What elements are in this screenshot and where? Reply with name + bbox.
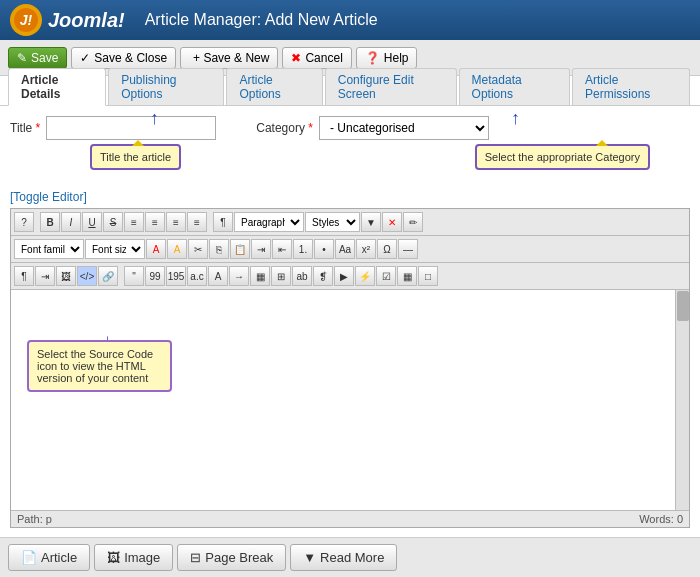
editor-indent2-btn[interactable]: ⇥ — [35, 266, 55, 286]
toggle-editor-link[interactable]: [Toggle Editor] — [10, 190, 87, 204]
editor-source-btn[interactable]: </> — [77, 266, 97, 286]
editor-code-btn[interactable]: ✏ — [403, 212, 423, 232]
editor-paragraph2-btn[interactable]: ¶ — [14, 266, 34, 286]
save-close-button[interactable]: ✓ Save & Close — [71, 47, 176, 69]
editor-grid-btn[interactable]: ▦ — [397, 266, 417, 286]
editor-para-btn[interactable]: ¶ — [213, 212, 233, 232]
article-label: Article — [41, 550, 77, 565]
editor-ol-btn[interactable]: 1. — [293, 239, 313, 259]
editor-underline-btn[interactable]: U — [82, 212, 102, 232]
editor-hr-btn[interactable]: — — [398, 239, 418, 259]
tab-article-permissions[interactable]: Article Permissions — [572, 68, 690, 105]
svg-text:J!: J! — [20, 12, 33, 28]
editor-num2-btn[interactable]: 195 — [166, 266, 186, 286]
editor-quote-btn[interactable]: " — [124, 266, 144, 286]
joomla-wordmark: Joomla! — [48, 9, 125, 32]
editor-align-left-btn[interactable]: ≡ — [124, 212, 144, 232]
editor-styles-select[interactable]: Styles — [305, 212, 360, 232]
editor-sub-btn[interactable]: A — [208, 266, 228, 286]
editor-checkbox-btn[interactable]: ☑ — [376, 266, 396, 286]
tab-metadata-options[interactable]: Metadata Options — [459, 68, 570, 105]
editor-scrollbar-thumb — [677, 291, 689, 321]
path-label: Path: p — [17, 513, 52, 525]
editor-superscript-btn[interactable]: x² — [356, 239, 376, 259]
editor-highlight-btn[interactable]: A — [167, 239, 187, 259]
editor-uppercase-btn[interactable]: Aa — [335, 239, 355, 259]
help-label: Help — [384, 51, 409, 65]
editor-toolbar-row3: ¶ ⇥ 🖼 </> 🔗 " 99 195 a.c A → ▦ ⊞ — [11, 263, 689, 290]
editor-paste-btn[interactable]: 📋 — [230, 239, 250, 259]
editor-align-right-btn[interactable]: ≡ — [166, 212, 186, 232]
editor-arrow-btn[interactable]: → — [229, 266, 249, 286]
save-button[interactable]: ✎ Save — [8, 47, 67, 69]
editor-indent-btn[interactable]: ⇥ — [251, 239, 271, 259]
editor-cut-btn[interactable]: ✂ — [188, 239, 208, 259]
editor-ul-btn[interactable]: • — [314, 239, 334, 259]
editor-expand-btn[interactable]: ▼ — [361, 212, 381, 232]
editor-outdent-btn[interactable]: ⇤ — [272, 239, 292, 259]
editor-body[interactable]: Select the Source Code icon to view the … — [11, 290, 689, 510]
editor-paragraph-select[interactable]: Paragraph — [234, 212, 304, 232]
pagebreak-button[interactable]: ⊟ Page Break — [177, 544, 286, 571]
category-callout: Select the appropriate Category — [475, 144, 650, 170]
editor-bold-btn[interactable]: B — [40, 212, 60, 232]
category-label: Category * — [256, 121, 313, 135]
editor-fontfamily-select[interactable]: Font family — [14, 239, 84, 259]
cancel-icon: ✖ — [291, 51, 301, 65]
editor-toolbar-row2: Font family Font size A A ✂ ⎘ 📋 ⇥ ⇤ 1. •… — [11, 236, 689, 263]
editor-align-center-btn[interactable]: ≡ — [145, 212, 165, 232]
editor-img-btn[interactable]: 🖼 — [56, 266, 76, 286]
category-select[interactable]: - Uncategorised — [319, 116, 489, 140]
editor-char-btn[interactable]: ❡ — [313, 266, 333, 286]
editor-table-btn[interactable]: ▦ — [250, 266, 270, 286]
image-button[interactable]: 🖼 Image — [94, 544, 173, 571]
editor-copy-btn[interactable]: ⎘ — [209, 239, 229, 259]
save-close-label: Save & Close — [94, 51, 167, 65]
editor-sep3 — [119, 266, 123, 286]
editor-container: ? B I U S ≡ ≡ ≡ ≡ ¶ Paragraph Styles — [10, 208, 690, 528]
save-new-button[interactable]: + Save & New — [180, 47, 278, 69]
editor-num1-btn[interactable]: 99 — [145, 266, 165, 286]
save-icon: ✎ — [17, 51, 27, 65]
tab-configure-edit-screen[interactable]: Configure Edit Screen — [325, 68, 457, 105]
help-button[interactable]: ❓ Help — [356, 47, 418, 69]
editor-media-btn[interactable]: ▶ — [334, 266, 354, 286]
words-label: Words: 0 — [639, 513, 683, 525]
editor-layout-btn[interactable]: ⊞ — [271, 266, 291, 286]
save-label: Save — [31, 51, 58, 65]
editor-scrollbar[interactable] — [675, 290, 689, 510]
editor-special-btn[interactable]: Ω — [377, 239, 397, 259]
editor-fontcolor-btn[interactable]: A — [146, 239, 166, 259]
cancel-button[interactable]: ✖ Cancel — [282, 47, 351, 69]
tab-article-details[interactable]: Article Details — [8, 68, 106, 106]
editor-path-bar: Path: p Words: 0 — [11, 510, 689, 527]
category-arrow: ↑ — [511, 108, 520, 129]
pagebreak-icon: ⊟ — [190, 550, 201, 565]
editor-italic-btn[interactable]: I — [61, 212, 81, 232]
editor-box-btn[interactable]: □ — [418, 266, 438, 286]
title-arrow: ↑ — [150, 108, 159, 129]
editor-fontsize-select[interactable]: Font size — [85, 239, 145, 259]
image-icon: 🖼 — [107, 550, 120, 565]
editor-clear-btn[interactable]: ✕ — [382, 212, 402, 232]
app-container: J! Joomla! Article Manager: Add New Arti… — [0, 0, 700, 577]
editor-dot-btn[interactable]: a.c — [187, 266, 207, 286]
checkmark-icon: ✓ — [80, 51, 90, 65]
title-callout: Title the article — [90, 144, 181, 170]
editor-align-justify-btn[interactable]: ≡ — [187, 212, 207, 232]
content-area: Title * Category * - Uncategorised ↑ — [0, 106, 700, 537]
editor-abbr-btn[interactable]: ab — [292, 266, 312, 286]
editor-strikethrough-btn[interactable]: S — [103, 212, 123, 232]
tab-article-options[interactable]: Article Options — [226, 68, 322, 105]
save-new-label: + Save & New — [193, 51, 269, 65]
article-button[interactable]: 📄 Article — [8, 544, 90, 571]
editor-insert-row: ¶ ⇥ 🖼 </> 🔗 " 99 195 a.c A → ▦ ⊞ — [14, 265, 686, 287]
editor-help-btn[interactable]: ? — [14, 212, 34, 232]
editor-flash-btn[interactable]: ⚡ — [355, 266, 375, 286]
tab-publishing-options[interactable]: Publishing Options — [108, 68, 224, 105]
editor-link-btn[interactable]: 🔗 — [98, 266, 118, 286]
readmore-button[interactable]: ▼ Read More — [290, 544, 397, 571]
category-field-group: Category * - Uncategorised — [256, 116, 489, 140]
logo: J! Joomla! — [10, 4, 125, 36]
editor-format-row: ? B I U S ≡ ≡ ≡ ≡ ¶ Paragraph Styles — [14, 211, 686, 233]
